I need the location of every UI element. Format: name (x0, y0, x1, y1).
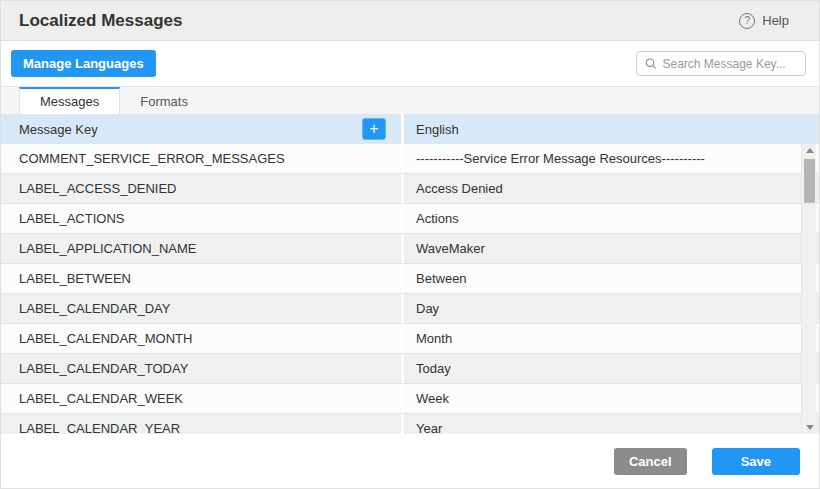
message-key-cell[interactable]: LABEL_CALENDAR_YEAR (1, 414, 404, 434)
search-icon (645, 57, 657, 70)
table-row[interactable]: COMMENT_SERVICE_ERROR_MESSAGES ---------… (1, 144, 819, 174)
tab-formats[interactable]: Formats (120, 87, 208, 114)
table-row[interactable]: LABEL_CALENDAR_YEAR Year (1, 414, 819, 434)
search-input[interactable] (663, 57, 798, 71)
table-row[interactable]: LABEL_ACCESS_DENIED Access Denied (1, 174, 819, 204)
english-value-cell[interactable]: WaveMaker (404, 234, 819, 263)
english-column-label: English (416, 122, 459, 137)
cancel-button[interactable]: Cancel (614, 448, 687, 475)
message-key-cell[interactable]: LABEL_ACCESS_DENIED (1, 174, 404, 203)
save-button[interactable]: Save (712, 448, 800, 475)
english-value-cell[interactable]: Day (404, 294, 819, 323)
toolbar: Manage Languages (1, 41, 819, 86)
rows-container: COMMENT_SERVICE_ERROR_MESSAGES ---------… (1, 144, 819, 434)
message-key-cell[interactable]: LABEL_CALENDAR_MONTH (1, 324, 404, 353)
english-value-cell[interactable]: Week (404, 384, 819, 413)
scroll-up-icon[interactable] (802, 144, 817, 157)
english-value-cell[interactable]: Access Denied (404, 174, 819, 203)
table-row[interactable]: LABEL_ACTIONS Actions (1, 204, 819, 234)
table-body: COMMENT_SERVICE_ERROR_MESSAGES ---------… (1, 144, 819, 434)
messages-table: Message Key + English COMMENT_SERVICE_ER… (1, 114, 819, 434)
table-row[interactable]: LABEL_CALENDAR_TODAY Today (1, 354, 819, 384)
message-key-cell[interactable]: COMMENT_SERVICE_ERROR_MESSAGES (1, 144, 404, 173)
scrollbar-thumb[interactable] (804, 159, 815, 203)
tab-messages[interactable]: Messages (19, 87, 120, 114)
search-box[interactable] (636, 51, 806, 76)
english-value-cell[interactable]: Between (404, 264, 819, 293)
table-row[interactable]: LABEL_CALENDAR_DAY Day (1, 294, 819, 324)
vertical-scrollbar[interactable] (801, 144, 816, 434)
help-icon: ? (739, 13, 755, 29)
localized-messages-dialog: Localized Messages ? Help Manage Languag… (0, 0, 820, 489)
table-header: Message Key + English (1, 114, 819, 144)
table-row[interactable]: LABEL_APPLICATION_NAME WaveMaker (1, 234, 819, 264)
plus-icon: + (369, 119, 378, 139)
column-header-message-key: Message Key + (1, 114, 404, 144)
add-message-button[interactable]: + (362, 118, 386, 140)
column-header-english: English (404, 114, 819, 144)
table-row[interactable]: LABEL_CALENDAR_WEEK Week (1, 384, 819, 414)
english-value-cell[interactable]: Month (404, 324, 819, 353)
table-row[interactable]: LABEL_BETWEEN Between (1, 264, 819, 294)
message-key-cell[interactable]: LABEL_ACTIONS (1, 204, 404, 233)
scroll-down-icon[interactable] (802, 421, 817, 434)
footer: Cancel Save (1, 434, 819, 488)
message-key-cell[interactable]: LABEL_BETWEEN (1, 264, 404, 293)
titlebar: Localized Messages ? Help (1, 1, 819, 41)
english-value-cell[interactable]: Actions (404, 204, 819, 233)
message-key-cell[interactable]: LABEL_CALENDAR_DAY (1, 294, 404, 323)
english-value-cell[interactable]: -----------Service Error Message Resourc… (404, 144, 819, 173)
table-row[interactable]: LABEL_CALENDAR_MONTH Month (1, 324, 819, 354)
manage-languages-button[interactable]: Manage Languages (11, 50, 156, 77)
message-key-cell[interactable]: LABEL_APPLICATION_NAME (1, 234, 404, 263)
page-title: Localized Messages (19, 11, 182, 31)
help-button[interactable]: ? Help (739, 13, 789, 29)
english-value-cell[interactable]: Year (404, 414, 819, 434)
english-value-cell[interactable]: Today (404, 354, 819, 383)
message-key-cell[interactable]: LABEL_CALENDAR_WEEK (1, 384, 404, 413)
message-key-column-label: Message Key (19, 122, 98, 137)
tab-bar: Messages Formats (1, 86, 819, 114)
message-key-cell[interactable]: LABEL_CALENDAR_TODAY (1, 354, 404, 383)
help-label: Help (762, 13, 789, 28)
